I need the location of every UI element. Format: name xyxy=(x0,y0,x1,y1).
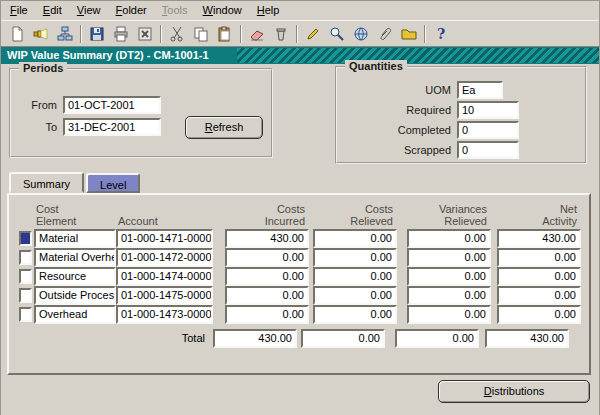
refresh-button-label: Refresh xyxy=(186,117,262,138)
variances-relieved-field[interactable]: 0.00 xyxy=(407,286,491,305)
variances-relieved-field[interactable]: 0.00 xyxy=(407,267,491,286)
folder-tools-icon[interactable] xyxy=(397,23,421,45)
toolbar-separator xyxy=(296,25,298,43)
menu-edit[interactable]: Edit xyxy=(37,1,68,20)
menu-help[interactable]: Help xyxy=(251,1,286,20)
total-costs-relieved-field: 0.00 xyxy=(301,329,385,348)
net-activity-field[interactable]: 0.00 xyxy=(497,286,581,305)
account-field[interactable]: 01-000-1472-0000-00 xyxy=(116,248,213,267)
cost-element-field[interactable]: Material Overhe xyxy=(34,248,116,267)
net-activity-field[interactable]: 0.00 xyxy=(497,248,581,267)
uom-label: UOM xyxy=(343,81,451,99)
from-label: From xyxy=(17,96,57,114)
variances-relieved-header: Variances Relieved xyxy=(407,203,491,227)
net-activity-field[interactable]: 0.00 xyxy=(497,305,581,324)
costs-incurred-field[interactable]: 0.00 xyxy=(225,286,309,305)
costs-relieved-field[interactable]: 0.00 xyxy=(313,286,397,305)
paste-icon[interactable] xyxy=(213,23,237,45)
costs-relieved-field[interactable]: 0.00 xyxy=(313,248,397,267)
tab-bar: Summary Level xyxy=(9,172,142,193)
svg-text:?: ? xyxy=(437,26,445,42)
completed-label: Completed xyxy=(343,121,451,139)
costs-incurred-field[interactable]: 0.00 xyxy=(225,267,309,286)
cost-element-field[interactable]: Resource xyxy=(34,267,116,286)
variances-relieved-field[interactable]: 0.00 xyxy=(407,305,491,324)
costs-incurred-field[interactable]: 430.00 xyxy=(225,229,309,248)
net-activity-header: Net Activity xyxy=(497,203,581,227)
window-title: WIP Value Summary (DT2) - CM-1001-1 xyxy=(7,49,209,61)
costs-incurred-field[interactable]: 0.00 xyxy=(225,248,309,267)
cut-icon[interactable] xyxy=(165,23,189,45)
scrapped-field[interactable]: 0 xyxy=(457,141,519,159)
menu-folder[interactable]: Folder xyxy=(110,1,153,20)
table-row: Material 01-000-1471-0000-00 430.00 0.00… xyxy=(19,229,589,248)
table-row: Outside Process 01-000-1475-0000-00 0.00… xyxy=(19,286,589,305)
total-row: Total 430.00 0.00 0.00 430.00 xyxy=(19,329,589,348)
wip-value-summary-window: File Edit View Folder Tools Window Help … xyxy=(0,0,600,415)
attachments-icon[interactable] xyxy=(373,23,397,45)
menu-file[interactable]: File xyxy=(4,1,34,20)
completed-field[interactable]: 0 xyxy=(457,121,519,139)
account-field[interactable]: 01-000-1474-0000-00 xyxy=(116,267,213,286)
variances-relieved-field[interactable]: 0.00 xyxy=(407,229,491,248)
record-indicator[interactable] xyxy=(19,307,32,322)
account-field[interactable]: 01-000-1473-0000-00 xyxy=(116,305,213,324)
navigator-icon[interactable] xyxy=(53,23,77,45)
total-costs-incurred-field: 430.00 xyxy=(213,329,297,348)
variances-relieved-field[interactable]: 0.00 xyxy=(407,248,491,267)
menu-view[interactable]: View xyxy=(71,1,107,20)
menu-tools: Tools xyxy=(156,1,194,20)
total-label: Total xyxy=(19,329,213,348)
toolbar: ? xyxy=(1,20,599,47)
new-icon[interactable] xyxy=(5,23,29,45)
clear-record-icon[interactable] xyxy=(245,23,269,45)
menu-window[interactable]: Window xyxy=(197,1,248,20)
cost-element-field[interactable]: Outside Process xyxy=(34,286,116,305)
costs-relieved-header: Costs Relieved xyxy=(313,203,397,227)
quantities-group: Quantities UOM Ea Required 10 Completed … xyxy=(335,66,587,164)
toolbar-separator xyxy=(160,25,162,43)
costs-relieved-field[interactable]: 0.00 xyxy=(313,305,397,324)
costs-incurred-field[interactable]: 0.00 xyxy=(225,305,309,324)
close-form-icon[interactable] xyxy=(133,23,157,45)
cost-element-field[interactable]: Material xyxy=(34,229,116,248)
cost-element-field[interactable]: Overhead xyxy=(34,305,116,324)
account-header: Account xyxy=(116,203,213,227)
translations-icon[interactable] xyxy=(349,23,373,45)
tab-level[interactable]: Level xyxy=(86,173,140,193)
table-row: Material Overhe 01-000-1472-0000-00 0.00… xyxy=(19,248,589,267)
net-activity-field[interactable]: 430.00 xyxy=(497,229,581,248)
record-indicator[interactable] xyxy=(19,250,32,265)
window-title-bar[interactable]: WIP Value Summary (DT2) - CM-1001-1 xyxy=(1,47,599,64)
net-activity-field[interactable]: 0.00 xyxy=(497,267,581,286)
account-field[interactable]: 01-000-1471-0000-00 xyxy=(116,229,213,248)
record-indicator[interactable] xyxy=(19,288,32,303)
costs-relieved-field[interactable]: 0.00 xyxy=(313,229,397,248)
from-date-field[interactable]: 01-OCT-2001 xyxy=(63,96,161,114)
quantities-group-title: Quantities xyxy=(345,60,407,72)
uom-field[interactable]: Ea xyxy=(457,81,503,99)
delete-icon[interactable] xyxy=(269,23,293,45)
distributions-button[interactable]: Distributions xyxy=(438,380,590,403)
help-icon[interactable]: ? xyxy=(429,23,453,45)
form-canvas: Periods From 01-OCT-2001 To 31-DEC-2001 … xyxy=(1,64,599,415)
costs-relieved-field[interactable]: 0.00 xyxy=(313,267,397,286)
tab-summary[interactable]: Summary xyxy=(9,172,84,193)
find-icon[interactable] xyxy=(29,23,53,45)
copy-icon[interactable] xyxy=(189,23,213,45)
required-field[interactable]: 10 xyxy=(457,101,519,119)
save-icon[interactable] xyxy=(85,23,109,45)
toolbar-separator xyxy=(80,25,82,43)
record-indicator[interactable] xyxy=(19,231,32,246)
refresh-button[interactable]: Refresh xyxy=(185,116,263,139)
account-field[interactable]: 01-000-1475-0000-00 xyxy=(116,286,213,305)
edit-icon[interactable] xyxy=(301,23,325,45)
table-row: Overhead 01-000-1473-0000-00 0.00 0.00 0… xyxy=(19,305,589,324)
record-indicator[interactable] xyxy=(19,269,32,284)
table-header: Cost Element Account Costs Incurred Cost… xyxy=(19,199,589,227)
periods-group-title: Periods xyxy=(19,62,67,74)
periods-group: Periods From 01-OCT-2001 To 31-DEC-2001 … xyxy=(9,68,273,158)
zoom-icon[interactable] xyxy=(325,23,349,45)
print-icon[interactable] xyxy=(109,23,133,45)
to-date-field[interactable]: 31-DEC-2001 xyxy=(63,118,161,136)
